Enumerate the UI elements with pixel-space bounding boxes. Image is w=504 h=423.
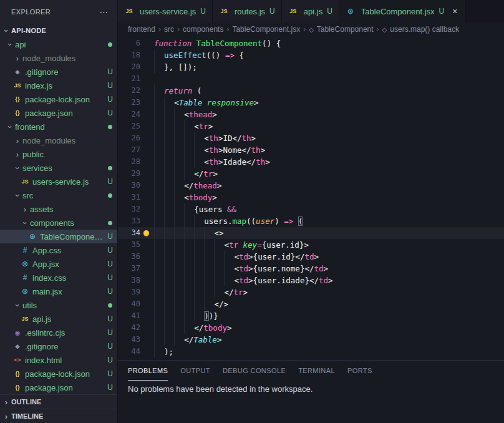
code-line[interactable]: 24 <thead> bbox=[118, 109, 504, 120]
line-number: 41 bbox=[118, 310, 140, 322]
breadcrumb-item[interactable]: frontend bbox=[128, 25, 155, 34]
tree-item[interactable]: ◆.gitignoreU bbox=[0, 339, 117, 353]
tree-item[interactable]: ›api bbox=[0, 37, 117, 51]
tab-users-service-js[interactable]: JSusers-service.jsU bbox=[118, 0, 213, 22]
indent-guide bbox=[154, 97, 164, 109]
tree-item[interactable]: ›node_modules bbox=[0, 134, 117, 147]
code-line[interactable]: 38 <td>{user.idade}</td> bbox=[118, 275, 504, 286]
lightbulb-icon[interactable] bbox=[143, 230, 149, 236]
code-line[interactable]: 21 bbox=[118, 73, 504, 85]
tree-item[interactable]: JSapi.jsU bbox=[0, 312, 117, 326]
code-line[interactable]: 27 <th>Nome</th> bbox=[118, 144, 504, 156]
workspace-section-header[interactable]: › API-NODE bbox=[0, 24, 117, 37]
code-line[interactable]: 28 <th>Idade</th> bbox=[118, 156, 504, 168]
code-line[interactable]: 23 <Table responsive> bbox=[118, 97, 504, 109]
code-token: > bbox=[227, 323, 232, 333]
tree-item[interactable]: ◉.eslintrc.cjsU bbox=[0, 326, 117, 339]
code-line[interactable]: 20 }, []); bbox=[118, 61, 504, 73]
tree-item[interactable]: ›node_modules bbox=[0, 51, 117, 65]
code-line[interactable]: 41 ))} bbox=[118, 310, 504, 322]
line-number: 37 bbox=[118, 263, 140, 275]
git-untracked-badge: U bbox=[439, 7, 445, 16]
code-line[interactable]: 25 <tr> bbox=[118, 120, 504, 132]
panel-tab-output[interactable]: OUTPUT bbox=[180, 361, 210, 381]
code-line[interactable]: 44 ); bbox=[118, 346, 504, 357]
code-line[interactable]: 36 <td>{user.id}</td> bbox=[118, 251, 504, 263]
breadcrumb-item[interactable]: users.map() callback bbox=[390, 25, 459, 34]
tree-item[interactable]: ›services bbox=[0, 161, 117, 175]
tree-item[interactable]: #App.cssU bbox=[0, 243, 117, 257]
code-line[interactable]: 39 </tr> bbox=[118, 286, 504, 298]
line-number: 31 bbox=[118, 192, 140, 203]
code-line[interactable]: 43 </Table> bbox=[118, 334, 504, 346]
tree-item[interactable]: JSindex.jsU bbox=[0, 79, 117, 92]
tree-item[interactable]: ›assets bbox=[0, 202, 117, 216]
tree-item-label: api bbox=[15, 40, 26, 49]
tree-item[interactable]: ›components bbox=[0, 216, 117, 230]
indent-guide bbox=[204, 263, 214, 275]
tree-item[interactable]: ⊛main.jsxU bbox=[0, 284, 117, 298]
glyph-margin bbox=[140, 286, 154, 298]
tree-item[interactable]: ›public bbox=[0, 147, 117, 161]
panel-tab-problems[interactable]: PROBLEMS bbox=[128, 361, 168, 381]
code-line[interactable]: 30 </thead> bbox=[118, 180, 504, 192]
tab-api-js[interactable]: JSapi.jsU bbox=[282, 0, 339, 22]
code-line[interactable]: 18 useEffect(() => { bbox=[118, 49, 504, 61]
indent-guide bbox=[154, 49, 164, 61]
code-text: </Table> bbox=[154, 334, 221, 346]
tree-item[interactable]: {}package.jsonU bbox=[0, 381, 117, 394]
tree-item[interactable]: ›frontend bbox=[0, 120, 117, 134]
code-line[interactable]: 22 return ( bbox=[118, 85, 504, 97]
tree-item[interactable]: #index.cssU bbox=[0, 271, 117, 284]
tree-item[interactable]: {}package-lock.jsonU bbox=[0, 92, 117, 106]
chevron-right-icon: › bbox=[1, 412, 11, 421]
panel-tab-ports[interactable]: PORTS bbox=[347, 361, 372, 381]
indent-guide bbox=[174, 156, 184, 168]
tree-item[interactable]: ◆.gitignoreU bbox=[0, 65, 117, 79]
code-line[interactable]: 6function TableComponent() { bbox=[118, 37, 504, 49]
tree-item[interactable]: {}package-lock.jsonU bbox=[0, 367, 117, 381]
code-line[interactable]: 29 </tr> bbox=[118, 168, 504, 180]
tab-routes-js[interactable]: JSroutes.jsU bbox=[213, 0, 282, 22]
code-editor[interactable]: 6function TableComponent() {18 useEffect… bbox=[118, 36, 504, 360]
line-number: 27 bbox=[118, 144, 140, 156]
tree-item[interactable]: ⊛App.jsxU bbox=[0, 257, 117, 271]
breadcrumb-item[interactable]: TableComponent bbox=[317, 25, 374, 34]
code-line[interactable]: 37 <td>{user.nome}</td> bbox=[118, 263, 504, 275]
tree-item[interactable]: {}package.jsonU bbox=[0, 106, 117, 120]
code-token: > bbox=[212, 193, 217, 202]
tree-item[interactable]: ›utils bbox=[0, 298, 117, 312]
timeline-section[interactable]: › TIMELINE bbox=[0, 409, 117, 423]
outline-section[interactable]: › OUTLINE bbox=[0, 394, 117, 409]
modified-dot bbox=[108, 166, 112, 170]
glyph-margin bbox=[140, 215, 154, 227]
glyph-margin bbox=[140, 73, 154, 85]
code-line[interactable]: 42 </tbody> bbox=[118, 322, 504, 334]
breadcrumb-item[interactable]: components bbox=[183, 25, 223, 34]
code-line[interactable]: 31 <tbody> bbox=[118, 192, 504, 203]
breadcrumb-item[interactable]: TableComponent.jsx bbox=[232, 25, 300, 34]
code-text: <tbody> bbox=[154, 192, 217, 203]
tree-item[interactable]: ⊛TableComponent...U bbox=[0, 230, 117, 243]
code-line[interactable]: 32 {users && bbox=[118, 203, 504, 215]
panel-tab-terminal[interactable]: TERMINAL bbox=[298, 361, 335, 381]
close-icon[interactable]: × bbox=[450, 6, 459, 16]
tree-item[interactable]: JSusers-service.jsU bbox=[0, 175, 117, 188]
code-line[interactable]: 35 <tr key={user.id}> bbox=[118, 239, 504, 251]
more-actions-icon[interactable]: ⋯ bbox=[100, 7, 109, 17]
code-line[interactable]: 33 users.map((user) => ( bbox=[118, 215, 504, 227]
breadcrumb-item[interactable]: src bbox=[164, 25, 174, 34]
indent-guide bbox=[164, 180, 174, 192]
tree-item[interactable]: <>index.htmlU bbox=[0, 353, 117, 367]
indent-guide bbox=[154, 322, 164, 334]
code-text: useEffect(() => { bbox=[154, 49, 244, 61]
tree-item[interactable]: ›src bbox=[0, 188, 117, 202]
code-line[interactable]: 26 <th>ID</th> bbox=[118, 132, 504, 144]
code-line[interactable]: 34 <> bbox=[118, 227, 504, 239]
panel-tab-debug-console[interactable]: DEBUG CONSOLE bbox=[223, 361, 286, 381]
code-line[interactable]: 40 </> bbox=[118, 298, 504, 310]
tab-tablecomponent-jsx[interactable]: ⊛TableComponent.jsxU× bbox=[339, 0, 466, 22]
indent-guide bbox=[154, 61, 164, 73]
tree-item-label: public bbox=[22, 150, 44, 159]
line-number: 23 bbox=[118, 97, 140, 109]
